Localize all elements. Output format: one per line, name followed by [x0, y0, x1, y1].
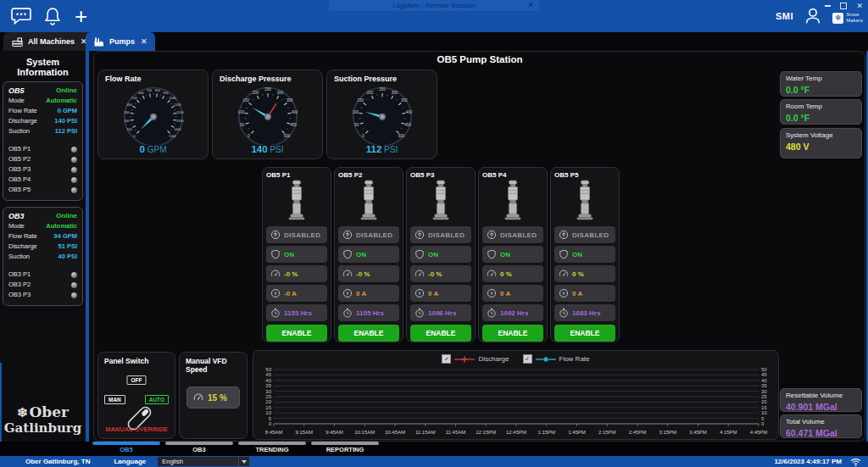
- legend-marker: [454, 356, 475, 363]
- close-tab-icon[interactable]: ✕: [141, 37, 147, 46]
- svg-text:20: 20: [761, 399, 767, 404]
- pump-mode-row: DISABLED: [410, 226, 471, 243]
- speed-icon: [487, 269, 497, 279]
- svg-text:20: 20: [265, 399, 271, 404]
- svg-text:1500: 1500: [169, 135, 175, 138]
- close-button[interactable]: ✕: [856, 3, 863, 9]
- system-information-sidebar: System Information OB5OnlineModeAutomati…: [0, 51, 89, 442]
- enable-button[interactable]: ENABLE: [482, 325, 543, 342]
- enable-button[interactable]: ENABLE: [410, 325, 471, 342]
- vfd-speed-control[interactable]: 15 %: [186, 386, 240, 409]
- maximize-button[interactable]: [840, 3, 847, 9]
- pump-card-ob5-p1: OB5 P1 DISABLED: [262, 167, 331, 342]
- enable-button[interactable]: ENABLE: [338, 325, 399, 342]
- pump-name: OB5 P5: [554, 171, 615, 179]
- svg-text:3:15PM: 3:15PM: [659, 430, 676, 435]
- pump-current-row: 0 A: [338, 285, 399, 302]
- system-pumps: OB5 P1OB5 P2OB5 P3OB5 P4OB5 P5: [8, 144, 77, 195]
- vfd-speed-value: 15 %: [208, 393, 227, 403]
- gauge-title: Suction Pressure: [334, 75, 397, 83]
- tab-all-machines[interactable]: All Machines ✕: [3, 32, 95, 51]
- bottom-tab-ob3[interactable]: OB3: [164, 442, 235, 456]
- pump-mode-row: DISABLED: [482, 226, 543, 243]
- svg-text:10: 10: [265, 410, 271, 415]
- logmein-close-icon[interactable]: ✕: [527, 0, 534, 11]
- bottom-tab-ob5[interactable]: OB5: [91, 442, 162, 456]
- machine-icon: [11, 36, 24, 47]
- suction-pressure-gauge: 050100150200250300350400450500: [331, 84, 433, 145]
- total-volume-card: Total Volume60.471 MGal: [780, 414, 862, 438]
- card-value: 40.901 MGal: [786, 402, 856, 412]
- card-label: Total Volume: [786, 418, 856, 425]
- pump-name: OB5 P2: [338, 171, 399, 179]
- system-card-ob3: OB3OnlineModeAutomaticFlow Rate94 GPMDis…: [3, 207, 83, 306]
- svg-text:0: 0: [269, 421, 272, 426]
- legend-item-flow-rate: ✓Flow Rate: [523, 354, 590, 364]
- pump-power-row: ON: [482, 246, 543, 263]
- logmein-bar: LogMeIn - Remote Session ✕: [329, 0, 539, 11]
- pump-power-value: ON: [428, 251, 438, 259]
- bell-icon[interactable]: [42, 6, 63, 27]
- system-metric-row: Flow Rate94 GPM: [8, 231, 77, 242]
- mode-icon: [415, 230, 425, 240]
- system-metric-row: Suction40 PSI: [8, 252, 77, 262]
- svg-text:10:45AM: 10:45AM: [385, 430, 405, 435]
- clock-icon: [487, 308, 497, 318]
- bottom-tab-trending[interactable]: TRENDING: [236, 442, 308, 456]
- svg-text:1400: 1400: [174, 128, 181, 131]
- enable-button[interactable]: ENABLE: [266, 325, 327, 342]
- bottom-tab-reporting[interactable]: REPORTING: [309, 442, 381, 456]
- svg-text:100: 100: [126, 128, 131, 131]
- tab-pumps[interactable]: Pumps ✕: [86, 32, 155, 51]
- svg-text:3:45PM: 3:45PM: [689, 430, 707, 435]
- system-pumps: OB3 P1OB3 P2OB3 P3: [8, 270, 77, 300]
- pump-speed-value: -0 %: [428, 270, 442, 278]
- resettable-volume-card: Resettable Volume40.901 MGal: [780, 388, 862, 412]
- user-icon[interactable]: [804, 7, 822, 25]
- pump-status-row: OB3 P3: [8, 290, 77, 300]
- metric-value: Automatic: [46, 96, 77, 106]
- svg-text:400: 400: [126, 103, 131, 107]
- shield-icon: [270, 249, 281, 259]
- pump-current-value: 0 A: [356, 290, 366, 297]
- pump-label: OB5 P4: [8, 175, 31, 185]
- app-window: + LogMeIn - Remote Session ✕ SMI ✕ ❄ Sno…: [0, 0, 868, 467]
- pump-status-row: OB5 P4: [8, 175, 77, 185]
- flow-rate-gauge: 0100200300400500600700800900100011001200…: [103, 84, 204, 145]
- metric-value: Automatic: [46, 221, 77, 231]
- minimize-button[interactable]: [825, 5, 831, 7]
- legend-checkbox[interactable]: ✓: [523, 354, 532, 364]
- svg-text:35: 35: [761, 383, 767, 388]
- legend-checkbox[interactable]: ✓: [442, 354, 451, 364]
- language-select[interactable]: English: [158, 457, 249, 466]
- pump-mode-row: DISABLED: [338, 226, 399, 243]
- tab-label: REPORTING: [309, 445, 381, 455]
- pump-hours-value: 1105 Hrs: [356, 309, 384, 317]
- svg-text:250: 250: [264, 87, 271, 92]
- svg-text:30: 30: [761, 389, 767, 394]
- tab-label: OB5: [91, 445, 162, 455]
- location-label: Ober Gatlinburg, TN: [25, 458, 90, 465]
- enable-button[interactable]: ENABLE: [554, 325, 615, 342]
- chat-icon[interactable]: [10, 6, 32, 25]
- clock-icon: [342, 308, 353, 318]
- language-label: Language: [114, 458, 146, 465]
- pump-image: [283, 180, 310, 222]
- pump-hours-row: 1092 Hrs: [482, 304, 543, 321]
- pump-power-value: ON: [572, 251, 582, 259]
- metric-label: Mode: [8, 96, 25, 106]
- clock-icon: [270, 308, 281, 318]
- card-label: Room Temp: [786, 103, 856, 110]
- wifi-icon: [850, 457, 861, 467]
- pump-current-value: -0 A: [284, 290, 297, 297]
- system-name: OB3: [8, 211, 25, 221]
- gauge-value: 112 PSI: [327, 141, 437, 156]
- svg-text:200: 200: [367, 91, 374, 95]
- chart-legend: ✓Discharge✓Flow Rate: [253, 354, 778, 364]
- room-temp-card: Room Temp0.0 °F: [780, 99, 862, 125]
- add-icon[interactable]: +: [75, 0, 87, 32]
- pump-current-row: 0 A: [410, 285, 471, 302]
- pump-current-value: 0 A: [500, 290, 510, 297]
- svg-text:450: 450: [291, 123, 298, 127]
- pump-card-ob5-p4: OB5 P4 DISABLED: [478, 167, 548, 342]
